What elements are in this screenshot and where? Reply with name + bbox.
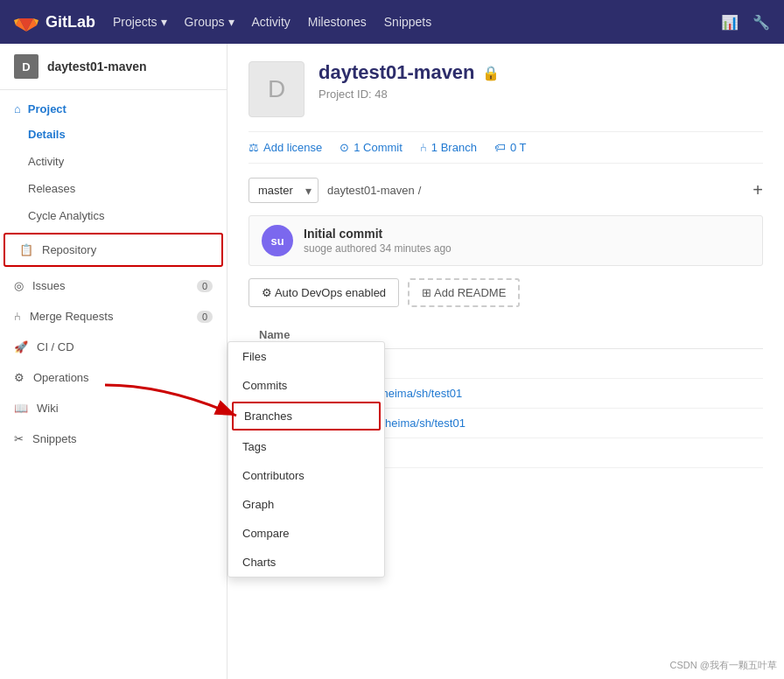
dropdown-tags[interactable]: Tags [228,432,384,461]
branches-stat[interactable]: ⑃ 1 Branch [420,141,477,154]
sidebar: D daytest01-maven ⌂ Project Details Acti… [0,44,228,679]
commit-meta: suoge authored 34 minutes ago [304,242,452,255]
branch-selector-wrapper[interactable]: master [248,178,318,203]
cicd-icon: 🚀 [14,340,28,354]
nav-groups[interactable]: Groups ▾ [185,15,234,29]
sidebar-project-header: D daytest01-maven [0,44,227,90]
add-file-button[interactable]: + [752,180,763,200]
sidebar-item-activity[interactable]: Activity [0,148,227,175]
tags-stat[interactable]: 🏷 0 T [494,141,527,154]
project-avatar: D [248,61,304,117]
tag-icon: 🏷 [494,141,506,154]
lock-icon: 🔒 [482,65,500,81]
sidebar-item-releases[interactable]: Releases [0,175,227,202]
commit-details: Initial commit suoge authored 34 minutes… [304,227,452,255]
dropdown-charts[interactable]: Charts [228,548,384,577]
project-title: daytest01-maven [318,61,475,84]
project-id: Project ID: 48 [318,88,500,101]
sidebar-item-operations[interactable]: ⚙ Operations [0,362,227,393]
auto-devops-button[interactable]: ⚙ Auto DevOps enabled [248,278,399,307]
sidebar-project-avatar: D [14,54,38,79]
merge-icon: ⑃ [14,310,21,323]
commit-icon: ⊙ [340,141,349,154]
analytics-icon[interactable]: 📊 [721,14,738,31]
page-body: D daytest01-maven ⌂ Project Details Acti… [0,44,784,679]
dropdown-graph[interactable]: Graph [228,490,384,519]
nav-milestones[interactable]: Milestones [308,15,367,29]
nav-activity[interactable]: Activity [252,15,290,29]
commit-info-bar: su Initial commit suoge authored 34 minu… [248,215,763,266]
nav-right-icons: 📊 🔧 [721,14,770,31]
dropdown-files[interactable]: Files [228,342,384,371]
wiki-icon: 📖 [14,402,28,415]
snippets-icon: ✂ [14,432,24,445]
dropdown-branches[interactable]: Branches [232,402,381,430]
sidebar-item-issues[interactable]: ◎ Issues 0 [0,270,227,301]
dropdown-compare[interactable]: Compare [228,519,384,548]
home-icon: ⌂ [14,102,21,116]
issues-icon: ◎ [14,279,24,292]
sidebar-item-merge-requests[interactable]: ⑃ Merge Requests 0 [0,301,227,332]
sidebar-item-wiki[interactable]: 📖 Wiki [0,393,227,424]
sidebar-item-details[interactable]: Details [0,121,227,148]
settings-icon[interactable]: 🔧 [752,14,770,31]
gitlab-wordmark: GitLab [46,13,95,32]
top-navigation: GitLab Projects ▾ Groups ▾ Activity Mile… [0,0,784,44]
commits-stat[interactable]: ⊙ 1 Commit [340,141,402,154]
branch-row: master daytest01-maven / + [248,178,763,203]
add-license-link[interactable]: ⚖ Add license [248,141,322,154]
sidebar-project-name: daytest01-maven [47,60,147,74]
repository-icon: 📋 [19,243,33,256]
sidebar-item-repository[interactable]: 📋 Repository [4,233,223,267]
add-readme-button[interactable]: ⊞ Add README [408,278,520,307]
commit-author-avatar: su [262,225,293,256]
branch-icon: ⑃ [420,141,427,154]
operations-icon: ⚙ [14,371,24,384]
license-icon: ⚖ [248,141,259,154]
sidebar-item-cicd[interactable]: 🚀 CI / CD [0,332,227,362]
nav-projects[interactable]: Projects ▾ [113,15,167,29]
merge-requests-badge: 0 [197,311,213,323]
issues-badge: 0 [197,280,213,292]
project-info: daytest01-maven 🔒 Project ID: 48 [318,61,500,101]
commit-message[interactable]: Initial commit [304,227,452,241]
gitlab-logo[interactable]: GitLab [14,10,95,34]
repository-dropdown-menu: Files Commits Branches Tags Contributors… [228,341,385,578]
nav-snippets[interactable]: Snippets [384,15,431,29]
sidebar-section-project: ⌂ Project [0,90,227,121]
stats-row: ⚖ Add license ⊙ 1 Commit ⑃ 1 Branch 🏷 0 … [248,131,763,164]
dropdown-contributors[interactable]: Contributors [228,461,384,490]
dropdown-commits[interactable]: Commits [228,371,384,400]
action-buttons: ⚙ Auto DevOps enabled ⊞ Add README [248,278,763,307]
sidebar-item-snippets[interactable]: ✂ Snippets [0,424,227,454]
sidebar-item-cycle-analytics[interactable]: Cycle Analytics [0,202,227,229]
branch-select[interactable]: master [248,178,318,203]
breadcrumb: daytest01-maven / [327,184,421,197]
project-header: D daytest01-maven 🔒 Project ID: 48 [248,61,763,117]
